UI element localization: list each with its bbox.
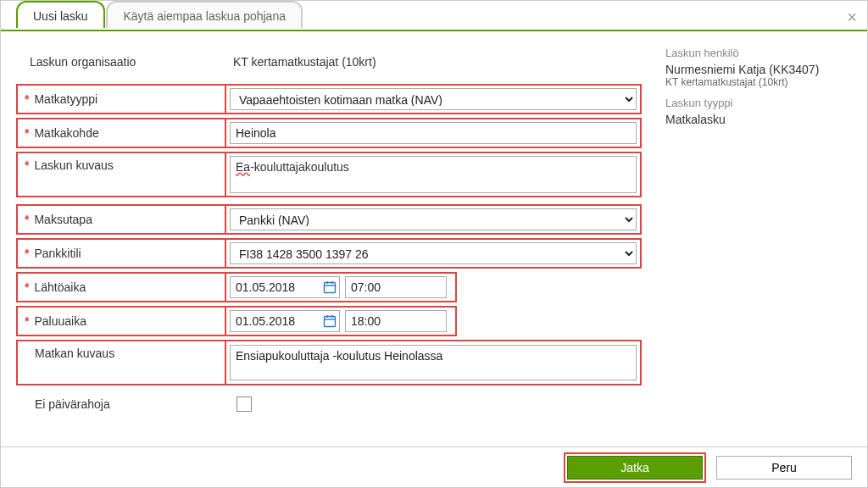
row-triptype: * Matkatyyppi Vapaaehtoisten kotimaan ma…: [16, 84, 648, 114]
cell-description: Ea-kouluttajakoulutus: [226, 152, 642, 197]
checkbox-noperdiem[interactable]: [236, 396, 252, 412]
depart-date-wrap: [230, 276, 340, 298]
required-icon: *: [25, 92, 29, 106]
row-bankacct: * Pankkitili FI38 1428 3500 1397 26: [16, 238, 648, 269]
row-org: Laskun organisaatio KT kertamatkustajat …: [16, 47, 648, 84]
tab-bar: Uusi lasku Käytä aiempaa laskua pohjana: [1, 1, 867, 31]
required-icon: *: [25, 280, 29, 294]
side-person-heading: Laskun henkilö: [665, 47, 852, 59]
cell-paymethod: Pankki (NAV): [226, 204, 642, 235]
required-icon: *: [25, 314, 29, 328]
description-text-rest: -kouluttajakoulutus: [250, 160, 349, 174]
label-paymethod-text: Maksutapa: [34, 213, 92, 226]
input-return-time[interactable]: [345, 310, 447, 332]
select-bankacct[interactable]: FI38 1428 3500 1397 26: [230, 242, 637, 264]
return-date-wrap: [230, 310, 340, 332]
textarea-description[interactable]: Ea-kouluttajakoulutus: [230, 156, 637, 193]
select-triptype[interactable]: Vapaaehtoisten kotimaan matka (NAV): [230, 88, 637, 110]
description-text-ea: Ea: [236, 160, 250, 174]
side-panel: Laskun henkilö Nurmesniemi Katja (KK3407…: [665, 47, 852, 426]
label-tripdesc: Matkan kuvaus: [16, 340, 226, 385]
row-noperdiem: Ei päivärahoja: [16, 389, 648, 426]
label-return-text: Paluuaika: [34, 314, 86, 328]
svg-rect-0: [325, 283, 336, 293]
dialog-footer: Jatka Peru: [1, 446, 867, 487]
value-org: KT kertamatkustajat (10krt): [233, 55, 376, 69]
cell-return: [226, 306, 457, 336]
calendar-icon[interactable]: [323, 314, 337, 328]
required-icon: *: [25, 247, 29, 260]
cell-tripdesc: [226, 340, 642, 385]
row-paymethod: * Maksutapa Pankki (NAV): [16, 204, 648, 235]
label-return: * Paluuaika: [16, 306, 226, 336]
label-triptype: * Matkatyyppi: [16, 84, 226, 114]
label-org: Laskun organisaatio: [23, 50, 233, 74]
label-noperdiem: Ei päivärahoja: [23, 392, 233, 416]
row-depart: * Lähtöaika: [16, 272, 648, 302]
label-triptype-text: Matkatyyppi: [34, 92, 97, 106]
required-icon: *: [25, 213, 29, 226]
label-bankacct: * Pankkitili: [16, 238, 226, 269]
select-paymethod[interactable]: Pankki (NAV): [230, 208, 637, 230]
label-paymethod: * Maksutapa: [16, 204, 226, 235]
label-bankacct-text: Pankkitili: [34, 247, 81, 260]
cell-destination: [226, 118, 642, 148]
continue-highlight: Jatka: [564, 452, 706, 483]
label-description: * Laskun kuvaus: [16, 152, 226, 197]
cell-triptype: Vapaaehtoisten kotimaan matka (NAV): [226, 84, 642, 114]
required-icon: *: [25, 126, 29, 140]
row-description: * Laskun kuvaus Ea-kouluttajakoulutus: [16, 152, 648, 197]
side-type-heading: Laskun tyyppi: [665, 97, 852, 109]
cancel-button[interactable]: Peru: [716, 456, 852, 480]
cell-bankacct: FI38 1428 3500 1397 26: [226, 238, 642, 269]
dialog-body: Laskun organisaatio KT kertamatkustajat …: [1, 31, 867, 435]
tab-use-template[interactable]: Käytä aiempaa laskua pohjana: [106, 1, 302, 28]
form-column: Laskun organisaatio KT kertamatkustajat …: [16, 47, 648, 426]
cell-depart: [226, 272, 457, 302]
required-icon: *: [25, 158, 29, 172]
side-person-org: KT kertamatkustajat (10krt): [665, 76, 852, 88]
label-depart: * Lähtöaika: [16, 272, 226, 302]
row-return: * Paluuaika: [16, 306, 648, 336]
calendar-icon[interactable]: [323, 280, 337, 294]
tab-new-invoice[interactable]: Uusi lasku: [16, 1, 105, 28]
label-destination-text: Matkakohde: [34, 126, 98, 140]
label-description-text: Laskun kuvaus: [34, 158, 113, 172]
row-tripdesc: Matkan kuvaus: [16, 340, 648, 385]
side-person-name: Nurmesniemi Katja (KK3407): [665, 63, 852, 76]
label-destination: * Matkakohde: [16, 118, 226, 148]
input-depart-time[interactable]: [345, 276, 447, 298]
input-destination[interactable]: [230, 122, 637, 144]
side-type-value: Matkalasku: [665, 113, 852, 126]
label-tripdesc-text: Matkan kuvaus: [35, 347, 114, 360]
textarea-tripdesc[interactable]: [230, 345, 637, 380]
continue-button[interactable]: Jatka: [567, 456, 703, 480]
label-depart-text: Lähtöaika: [34, 280, 86, 294]
row-destination: * Matkakohde: [16, 118, 648, 148]
svg-rect-4: [325, 317, 336, 327]
dialog-new-invoice: × Uusi lasku Käytä aiempaa laskua pohjan…: [0, 0, 868, 488]
